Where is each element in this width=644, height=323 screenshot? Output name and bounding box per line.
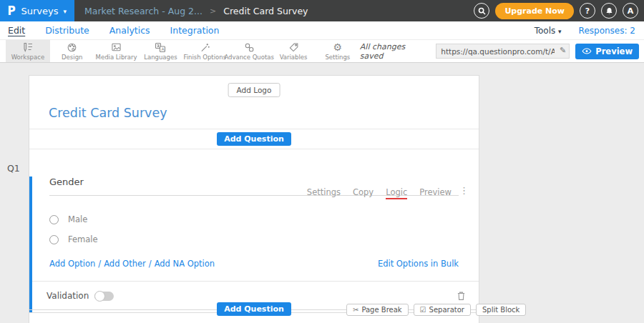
option-label[interactable]: Male	[68, 214, 87, 224]
edit-url-pencil-icon[interactable]: ✎	[560, 46, 566, 55]
nav-tab-distribute[interactable]: Distribute	[45, 25, 89, 36]
toolbar-variables[interactable]: Variables	[271, 40, 316, 62]
toolbar-finish-options[interactable]: Finish Options	[182, 40, 227, 62]
question-actions: Settings Copy Logic Preview	[307, 187, 452, 199]
breadcrumb-survey-name: Credit Card Survey	[223, 6, 308, 16]
page-break-button[interactable]: ✂ Page Break	[346, 304, 409, 316]
translate-icon: A	[155, 42, 166, 53]
toolbar-advance-quotas[interactable]: Advance Quotas	[227, 40, 271, 62]
toolbar-workspace[interactable]: Workspace	[6, 40, 50, 62]
survey-header: Add Logo Credit Card Survey	[29, 76, 479, 129]
surveys-menu[interactable]: P Surveys ▾	[0, 0, 74, 21]
question-preview-link[interactable]: Preview	[419, 187, 452, 199]
nav-tab-integration[interactable]: Integration	[170, 25, 220, 36]
link-separator: /	[149, 259, 152, 269]
validation-toggle[interactable]	[94, 292, 114, 301]
avatar[interactable]: A	[623, 3, 638, 19]
breadcrumb-folder[interactable]: Market Research - Aug 2...	[84, 6, 203, 16]
toolbar-design[interactable]: Design	[50, 40, 94, 62]
option-row-male[interactable]: Male	[49, 214, 479, 224]
upgrade-now-button[interactable]: Upgrade Now	[495, 3, 574, 19]
question-card: Settings Copy Logic Preview ⋮ Gender Mal…	[29, 177, 479, 323]
edit-options-bulk-link[interactable]: Edit Options in Bulk	[378, 259, 459, 269]
option-row-female[interactable]: Female	[49, 234, 479, 244]
product-label: Surveys	[21, 6, 58, 16]
top-bar: P Surveys ▾ Market Research - Aug 2... >…	[0, 0, 644, 21]
separator-button[interactable]: ☑ Separator	[414, 304, 471, 316]
question-number-label: Q1	[7, 163, 20, 174]
breadcrumb-separator: >	[210, 6, 216, 16]
image-icon	[111, 42, 122, 53]
questionpro-logo-icon: P	[8, 5, 16, 17]
palette-icon	[67, 42, 77, 53]
option-links-row: Add Option/Add Other/Add NA Option Edit …	[49, 259, 459, 269]
save-status: All changes saved	[360, 42, 430, 61]
tools-menu[interactable]: Tools ▾	[535, 26, 562, 36]
survey-editor-canvas: Q1 Add Logo Credit Card Survey Add Quest…	[0, 63, 644, 323]
toolbar-media-library[interactable]: Media Library	[94, 40, 139, 62]
survey-nav: Edit Distribute Analytics Integration To…	[0, 21, 644, 40]
option-label[interactable]: Female	[68, 234, 98, 244]
toolbar-languages[interactable]: A Languages	[138, 40, 182, 62]
question-kebab-menu-icon[interactable]: ⋮	[459, 186, 469, 196]
add-logo-button[interactable]: Add Logo	[228, 83, 280, 97]
chevron-down-icon: ▾	[63, 8, 67, 15]
question-options: Male Female	[49, 214, 479, 244]
radio-icon[interactable]	[49, 235, 59, 244]
survey-block: Add Logo Credit Card Survey Add Question…	[29, 75, 479, 323]
separator-checkbox-icon: ☑	[420, 306, 426, 314]
survey-url-field[interactable]	[436, 44, 570, 59]
add-other-link[interactable]: Add Other	[104, 259, 146, 269]
add-question-row-top: Add Question	[29, 129, 479, 149]
chevron-down-icon: ▾	[558, 28, 562, 35]
help-icon[interactable]: ?	[580, 3, 595, 19]
question-logic-link[interactable]: Logic	[386, 187, 407, 199]
nav-tab-edit[interactable]: Edit	[8, 25, 25, 36]
add-option-link[interactable]: Add Option	[49, 259, 95, 269]
notifications-bell-icon[interactable]	[601, 3, 617, 19]
nav-tab-analytics[interactable]: Analytics	[109, 25, 150, 36]
block-tools: ✂ Page Break ☑ Separator Split Block	[346, 304, 526, 316]
wand-icon	[200, 42, 210, 53]
breadcrumb: Market Research - Aug 2... > Credit Card…	[84, 6, 308, 16]
edit-toolbar: Workspace Design Media Library A Languag…	[0, 40, 644, 63]
preview-button[interactable]: Preview	[575, 44, 639, 59]
question-settings-link[interactable]: Settings	[307, 187, 341, 199]
scissors-icon: ✂	[353, 306, 358, 314]
workspace-icon	[22, 42, 34, 53]
toolbar-settings[interactable]: ⚙ Settings	[316, 40, 360, 62]
gear-icon: ⚙	[333, 42, 343, 53]
add-na-option-link[interactable]: Add NA Option	[155, 259, 215, 269]
validation-label: Validation	[47, 291, 89, 301]
add-question-button-bottom[interactable]: Add Question	[217, 302, 291, 316]
link-separator: /	[98, 259, 101, 269]
search-icon[interactable]	[474, 3, 489, 19]
chain-links-icon	[244, 42, 255, 53]
delete-question-trash-icon[interactable]	[457, 291, 466, 301]
radio-icon[interactable]	[49, 215, 59, 224]
question-copy-link[interactable]: Copy	[353, 187, 374, 199]
responses-count[interactable]: Responses: 2	[579, 26, 635, 36]
survey-title[interactable]: Credit Card Survey	[49, 106, 167, 120]
eye-icon	[582, 47, 592, 55]
tag-icon	[288, 42, 299, 53]
split-block-button[interactable]: Split Block	[476, 304, 526, 316]
add-question-button-top[interactable]: Add Question	[217, 132, 291, 146]
